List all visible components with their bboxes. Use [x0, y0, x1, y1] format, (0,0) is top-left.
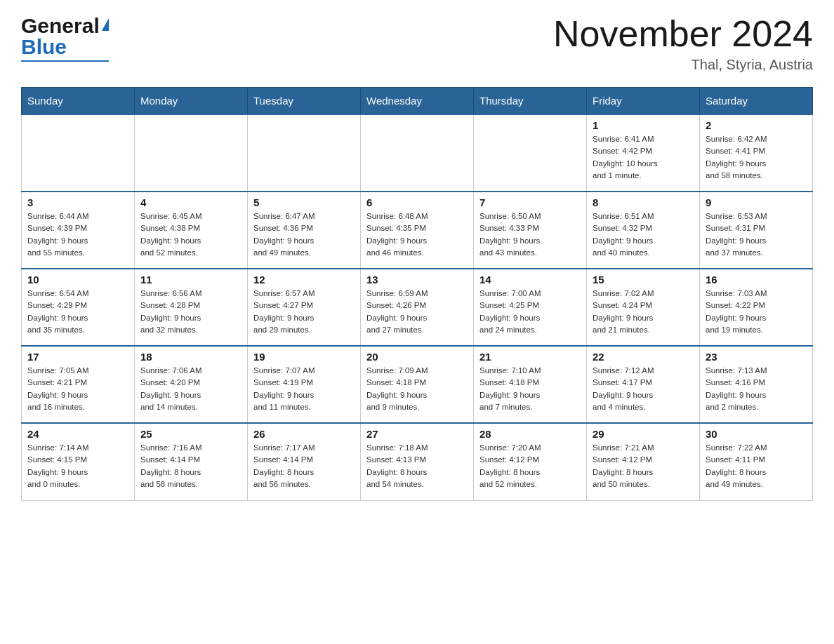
calendar-cell	[474, 114, 587, 192]
day-number: 28	[479, 428, 581, 440]
calendar-cell: 3Sunrise: 6:44 AM Sunset: 4:39 PM Daylig…	[22, 192, 135, 269]
day-number: 11	[140, 274, 241, 286]
logo-arrow-icon	[102, 18, 109, 31]
calendar-cell: 22Sunrise: 7:12 AM Sunset: 4:17 PM Dayli…	[587, 346, 700, 423]
logo-separator	[21, 60, 109, 62]
logo: General Blue	[21, 14, 109, 62]
day-info: Sunrise: 7:03 AM Sunset: 4:22 PM Dayligh…	[706, 288, 807, 336]
day-number: 2	[706, 119, 807, 131]
calendar-cell: 18Sunrise: 7:06 AM Sunset: 4:20 PM Dayli…	[135, 346, 248, 423]
day-number: 3	[27, 196, 128, 208]
day-number: 19	[253, 351, 355, 363]
calendar-cell: 13Sunrise: 6:59 AM Sunset: 4:26 PM Dayli…	[361, 269, 474, 346]
calendar-cell: 30Sunrise: 7:22 AM Sunset: 4:11 PM Dayli…	[700, 423, 813, 500]
day-number: 30	[706, 428, 807, 440]
day-info: Sunrise: 7:17 AM Sunset: 4:14 PM Dayligh…	[253, 442, 355, 490]
calendar-cell: 5Sunrise: 6:47 AM Sunset: 4:36 PM Daylig…	[248, 192, 361, 269]
calendar-cell: 20Sunrise: 7:09 AM Sunset: 4:18 PM Dayli…	[361, 346, 474, 423]
calendar-cell: 12Sunrise: 6:57 AM Sunset: 4:27 PM Dayli…	[248, 269, 361, 346]
calendar-cell: 19Sunrise: 7:07 AM Sunset: 4:19 PM Dayli…	[248, 346, 361, 423]
day-info: Sunrise: 7:00 AM Sunset: 4:25 PM Dayligh…	[479, 288, 581, 336]
day-info: Sunrise: 7:21 AM Sunset: 4:12 PM Dayligh…	[593, 442, 694, 490]
calendar-cell: 4Sunrise: 6:45 AM Sunset: 4:38 PM Daylig…	[135, 192, 248, 269]
calendar-week-row: 17Sunrise: 7:05 AM Sunset: 4:21 PM Dayli…	[22, 346, 813, 423]
month-title: November 2024	[553, 14, 813, 54]
day-number: 6	[366, 196, 468, 208]
day-info: Sunrise: 7:02 AM Sunset: 4:24 PM Dayligh…	[593, 288, 694, 336]
day-info: Sunrise: 6:48 AM Sunset: 4:35 PM Dayligh…	[366, 210, 468, 259]
day-info: Sunrise: 6:54 AM Sunset: 4:29 PM Dayligh…	[27, 288, 128, 336]
day-number: 27	[366, 428, 468, 440]
day-info: Sunrise: 6:47 AM Sunset: 4:36 PM Dayligh…	[253, 210, 355, 259]
day-info: Sunrise: 7:20 AM Sunset: 4:12 PM Dayligh…	[479, 442, 581, 490]
day-number: 8	[593, 196, 694, 208]
weekday-header: Tuesday	[248, 88, 361, 115]
calendar-cell: 6Sunrise: 6:48 AM Sunset: 4:35 PM Daylig…	[361, 192, 474, 269]
day-number: 5	[253, 196, 355, 208]
day-number: 10	[27, 274, 128, 286]
day-number: 21	[479, 351, 581, 363]
calendar-cell	[22, 114, 135, 192]
calendar-cell: 8Sunrise: 6:51 AM Sunset: 4:32 PM Daylig…	[587, 192, 700, 269]
weekday-header: Saturday	[700, 88, 813, 115]
calendar-cell: 7Sunrise: 6:50 AM Sunset: 4:33 PM Daylig…	[474, 192, 587, 269]
day-number: 24	[27, 428, 128, 440]
logo-general-text: General	[21, 14, 100, 38]
day-number: 13	[366, 274, 468, 286]
title-area: November 2024 Thal, Styria, Austria	[553, 14, 813, 73]
day-info: Sunrise: 6:44 AM Sunset: 4:39 PM Dayligh…	[27, 210, 128, 259]
day-info: Sunrise: 6:59 AM Sunset: 4:26 PM Dayligh…	[366, 288, 468, 336]
calendar-week-row: 3Sunrise: 6:44 AM Sunset: 4:39 PM Daylig…	[22, 192, 813, 269]
day-number: 4	[140, 196, 241, 208]
calendar-cell: 25Sunrise: 7:16 AM Sunset: 4:14 PM Dayli…	[135, 423, 248, 500]
day-number: 18	[140, 351, 241, 363]
calendar-cell	[361, 114, 474, 192]
day-info: Sunrise: 7:16 AM Sunset: 4:14 PM Dayligh…	[140, 442, 241, 490]
calendar-cell: 28Sunrise: 7:20 AM Sunset: 4:12 PM Dayli…	[474, 423, 587, 500]
calendar-cell: 23Sunrise: 7:13 AM Sunset: 4:16 PM Dayli…	[700, 346, 813, 423]
weekday-header: Wednesday	[361, 88, 474, 115]
day-number: 16	[706, 274, 807, 286]
day-info: Sunrise: 7:13 AM Sunset: 4:16 PM Dayligh…	[706, 365, 807, 413]
day-info: Sunrise: 7:10 AM Sunset: 4:18 PM Dayligh…	[479, 365, 581, 413]
day-number: 15	[593, 274, 694, 286]
day-info: Sunrise: 7:14 AM Sunset: 4:15 PM Dayligh…	[27, 442, 128, 490]
logo-blue-text: Blue	[21, 35, 67, 59]
day-info: Sunrise: 7:18 AM Sunset: 4:13 PM Dayligh…	[366, 442, 468, 490]
day-info: Sunrise: 6:50 AM Sunset: 4:33 PM Dayligh…	[479, 210, 581, 259]
day-number: 26	[253, 428, 355, 440]
calendar-cell: 9Sunrise: 6:53 AM Sunset: 4:31 PM Daylig…	[700, 192, 813, 269]
weekday-header-row: SundayMondayTuesdayWednesdayThursdayFrid…	[22, 88, 813, 115]
calendar-cell: 11Sunrise: 6:56 AM Sunset: 4:28 PM Dayli…	[135, 269, 248, 346]
day-number: 14	[479, 274, 581, 286]
day-number: 9	[706, 196, 807, 208]
day-info: Sunrise: 6:51 AM Sunset: 4:32 PM Dayligh…	[593, 210, 694, 259]
calendar-cell: 17Sunrise: 7:05 AM Sunset: 4:21 PM Dayli…	[22, 346, 135, 423]
calendar-cell	[135, 114, 248, 192]
calendar-cell: 1Sunrise: 6:41 AM Sunset: 4:42 PM Daylig…	[587, 114, 700, 192]
calendar-cell: 10Sunrise: 6:54 AM Sunset: 4:29 PM Dayli…	[22, 269, 135, 346]
day-info: Sunrise: 7:07 AM Sunset: 4:19 PM Dayligh…	[253, 365, 355, 413]
calendar-cell	[248, 114, 361, 192]
weekday-header: Sunday	[22, 88, 135, 115]
day-info: Sunrise: 6:53 AM Sunset: 4:31 PM Dayligh…	[706, 210, 807, 259]
weekday-header: Monday	[135, 88, 248, 115]
calendar-cell: 14Sunrise: 7:00 AM Sunset: 4:25 PM Dayli…	[474, 269, 587, 346]
calendar-cell: 27Sunrise: 7:18 AM Sunset: 4:13 PM Dayli…	[361, 423, 474, 500]
day-info: Sunrise: 6:41 AM Sunset: 4:42 PM Dayligh…	[593, 133, 694, 182]
calendar-cell: 24Sunrise: 7:14 AM Sunset: 4:15 PM Dayli…	[22, 423, 135, 500]
calendar-cell: 26Sunrise: 7:17 AM Sunset: 4:14 PM Dayli…	[248, 423, 361, 500]
day-info: Sunrise: 7:09 AM Sunset: 4:18 PM Dayligh…	[366, 365, 468, 413]
day-info: Sunrise: 7:06 AM Sunset: 4:20 PM Dayligh…	[140, 365, 241, 413]
day-number: 23	[706, 351, 807, 363]
day-number: 17	[27, 351, 128, 363]
day-number: 1	[593, 119, 694, 131]
calendar-cell: 29Sunrise: 7:21 AM Sunset: 4:12 PM Dayli…	[587, 423, 700, 500]
day-info: Sunrise: 6:45 AM Sunset: 4:38 PM Dayligh…	[140, 210, 241, 259]
day-info: Sunrise: 7:05 AM Sunset: 4:21 PM Dayligh…	[27, 365, 128, 413]
day-number: 12	[253, 274, 355, 286]
page-header: General Blue November 2024 Thal, Styria,…	[21, 14, 813, 73]
calendar-week-row: 10Sunrise: 6:54 AM Sunset: 4:29 PM Dayli…	[22, 269, 813, 346]
calendar-cell: 15Sunrise: 7:02 AM Sunset: 4:24 PM Dayli…	[587, 269, 700, 346]
day-number: 29	[593, 428, 694, 440]
